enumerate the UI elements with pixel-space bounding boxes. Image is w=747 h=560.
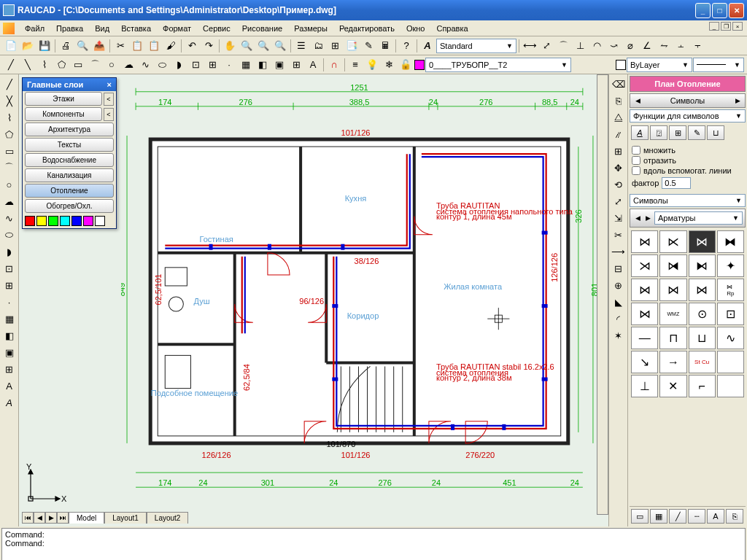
- menu-draw[interactable]: Рисование: [236, 23, 288, 34]
- menu-file[interactable]: Файл: [19, 23, 50, 34]
- layer-color-swatch[interactable]: [414, 60, 425, 70]
- dim-quick-icon[interactable]: ⥊: [656, 38, 672, 54]
- region-icon[interactable]: ▣: [271, 57, 287, 73]
- symbol-valve-9[interactable]: ⋈: [631, 279, 658, 301]
- layer-props-icon[interactable]: ≡: [347, 57, 363, 73]
- polygon-icon[interactable]: ⬠: [53, 57, 69, 73]
- tool-line-icon[interactable]: ╱: [669, 509, 686, 524]
- tab-next-icon[interactable]: ▶: [45, 512, 57, 524]
- publish-icon[interactable]: 📤: [91, 38, 107, 54]
- chamfer-icon[interactable]: ◣: [611, 294, 627, 310]
- textstyle-combo[interactable]: Standard ▼: [436, 39, 516, 53]
- erase-icon[interactable]: ⌫: [611, 76, 627, 92]
- tool-copy-icon[interactable]: ⎘: [726, 509, 743, 524]
- close-button[interactable]: ✕: [729, 3, 744, 18]
- draw-polygon-icon[interactable]: ⬠: [1, 126, 18, 142]
- check-multiply[interactable]: множить: [632, 145, 743, 155]
- gradient-icon[interactable]: ◧: [255, 57, 271, 73]
- move-icon[interactable]: ✥: [611, 160, 627, 176]
- scrollbar-vertical[interactable]: [597, 74, 608, 515]
- draw-spline-icon[interactable]: ∿: [1, 210, 18, 226]
- mirror-icon[interactable]: ⧋: [611, 109, 627, 125]
- trim-icon[interactable]: ✂: [611, 227, 627, 243]
- tool-dash-icon[interactable]: ┄: [688, 509, 705, 524]
- design-center-icon[interactable]: 🗂: [310, 38, 326, 54]
- layers-panel-title[interactable]: Главные слои ×: [23, 78, 116, 91]
- draw-revcloud-icon[interactable]: ☁: [1, 193, 18, 209]
- symbol-valve-12[interactable]: ⋈Rp: [717, 279, 744, 301]
- symbol-pipe-2[interactable]: ⊓: [659, 327, 686, 349]
- symbol-valve-14[interactable]: WMZ: [659, 303, 686, 325]
- symbol-pipe-1[interactable]: —: [631, 327, 658, 349]
- symbol-pipe-3[interactable]: ⊔: [689, 327, 716, 349]
- symbol-meter[interactable]: ⊡: [717, 303, 744, 325]
- save-icon[interactable]: 💾: [36, 38, 53, 54]
- symbol-valve-13[interactable]: ⋈: [631, 303, 658, 325]
- pan-icon[interactable]: ✋: [222, 38, 238, 54]
- tab-prev-icon[interactable]: ◀: [34, 512, 45, 524]
- copy2-icon[interactable]: ⎘: [611, 93, 627, 109]
- draw-table-icon[interactable]: ⊞: [1, 361, 18, 377]
- menu-dimensions[interactable]: Размеры: [288, 23, 333, 34]
- tab-model[interactable]: Model: [69, 512, 104, 524]
- print-icon[interactable]: 🖨: [58, 38, 74, 54]
- expand-icon[interactable]: <: [104, 108, 114, 121]
- symbol-valve-6[interactable]: ⧒: [659, 254, 686, 277]
- draw-insert-icon[interactable]: ⊡: [1, 260, 18, 276]
- layer-architecture[interactable]: Архитектура: [25, 122, 114, 136]
- break-icon[interactable]: ⊟: [611, 260, 627, 276]
- dim-diameter-icon[interactable]: ⌀: [622, 38, 638, 54]
- menu-tools[interactable]: Сервис: [197, 23, 236, 34]
- draw-rect-icon[interactable]: ▭: [1, 143, 18, 159]
- draw-point-icon[interactable]: ·: [1, 294, 18, 310]
- symbol-cross[interactable]: ✕: [659, 375, 686, 397]
- match-icon[interactable]: 🖌: [163, 38, 179, 54]
- undo-icon[interactable]: ↶: [184, 38, 200, 54]
- point-icon[interactable]: ·: [221, 57, 237, 73]
- new-icon[interactable]: 📄: [3, 38, 19, 54]
- scale-icon[interactable]: ⤢: [611, 193, 627, 209]
- tab-layout2[interactable]: Layout2: [147, 512, 189, 524]
- menu-format[interactable]: Формат: [157, 23, 197, 34]
- revcloud-icon[interactable]: ☁: [120, 57, 136, 73]
- magnet-icon[interactable]: ∩: [326, 57, 342, 73]
- symbol-valve-1[interactable]: ⋈: [631, 230, 658, 253]
- markup-icon[interactable]: ✎: [360, 38, 376, 54]
- layer-texts[interactable]: Тексты: [25, 138, 114, 152]
- circle-icon[interactable]: ○: [104, 57, 120, 73]
- preview-icon[interactable]: 🔍: [74, 38, 90, 54]
- cut-icon[interactable]: ✂: [112, 38, 128, 54]
- mdi-minimize[interactable]: _: [709, 22, 719, 31]
- mdi-restore[interactable]: ❐: [721, 22, 731, 31]
- zoom-realtime-icon[interactable]: 🔍: [239, 38, 255, 54]
- dim-arc-icon[interactable]: ⌒: [555, 38, 571, 54]
- layers-close-icon[interactable]: ×: [107, 80, 112, 89]
- dim-baseline-icon[interactable]: ⫠: [673, 38, 689, 54]
- draw-xline-icon[interactable]: ╳: [1, 93, 18, 109]
- prev-icon[interactable]: ◀: [632, 214, 643, 222]
- symbol-gauge[interactable]: ⊙: [689, 303, 716, 325]
- fillet-icon[interactable]: ◜: [611, 311, 627, 327]
- symbol-arrow-1[interactable]: ↘: [631, 351, 658, 373]
- menu-view[interactable]: Вид: [89, 23, 115, 34]
- symbol-valve-2[interactable]: ⋉: [659, 230, 686, 253]
- fn-group-icon[interactable]: ⊔: [707, 125, 724, 140]
- fn-grid-icon[interactable]: ⊞: [669, 125, 686, 140]
- next-icon[interactable]: ▶: [732, 97, 743, 104]
- dim-continue-icon[interactable]: ⫟: [689, 38, 705, 54]
- redo-icon[interactable]: ↷: [201, 38, 217, 54]
- offset-icon[interactable]: ⫽: [611, 126, 627, 142]
- symbol-tee[interactable]: ⊥: [631, 375, 658, 397]
- ellipse-icon[interactable]: ⬭: [154, 57, 170, 73]
- arc-icon[interactable]: ⌒: [87, 57, 103, 73]
- layer-combo[interactable]: 0____ТРУБОПР__Т2 ▼: [425, 58, 571, 72]
- sheet-set-icon[interactable]: 📑: [344, 38, 360, 54]
- dim-angular-icon[interactable]: ∠: [639, 38, 655, 54]
- color-swatch[interactable]: [36, 216, 47, 226]
- symbol-blank-1[interactable]: [717, 351, 744, 373]
- draw-ellipse-icon[interactable]: ⬭: [1, 227, 18, 243]
- layer-heating[interactable]: Отопление: [25, 184, 114, 198]
- draw-block-icon[interactable]: ⊞: [1, 277, 18, 293]
- drawing-canvas[interactable]: Главные слои × Этажи< Компоненты< Архите…: [19, 74, 608, 526]
- layer-water[interactable]: Водоснабжение: [25, 153, 114, 167]
